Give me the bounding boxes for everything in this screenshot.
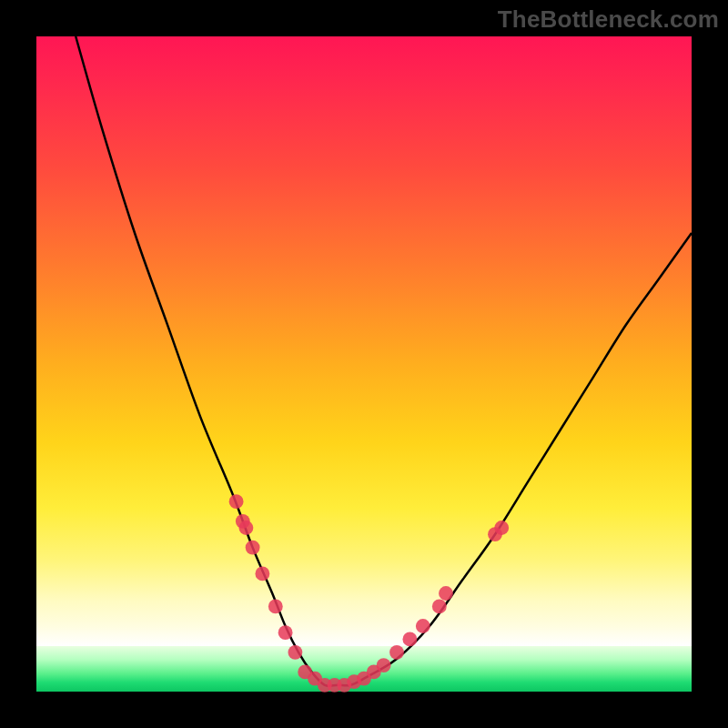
plot-area bbox=[36, 36, 692, 692]
curve-marker bbox=[389, 645, 404, 660]
curve-marker bbox=[255, 566, 269, 581]
curve-marker bbox=[402, 632, 417, 646]
curve-marker bbox=[278, 625, 293, 640]
curve-marker bbox=[377, 658, 391, 672]
curve-marker bbox=[416, 619, 430, 633]
curve-marker bbox=[288, 645, 302, 660]
curve-marker bbox=[246, 541, 260, 555]
marker-layer bbox=[229, 494, 509, 692]
curve-marker bbox=[439, 586, 453, 601]
curve-marker bbox=[238, 521, 253, 535]
curve-marker bbox=[268, 599, 283, 613]
bottleneck-curve-path bbox=[76, 36, 692, 686]
watermark-text: TheBottleneck.com bbox=[498, 5, 719, 34]
chart-frame: TheBottleneck.com bbox=[0, 0, 728, 728]
curve-marker bbox=[432, 599, 447, 613]
curve-marker bbox=[229, 494, 244, 509]
bottleneck-curve-svg bbox=[36, 36, 692, 692]
curve-marker bbox=[494, 521, 509, 535]
